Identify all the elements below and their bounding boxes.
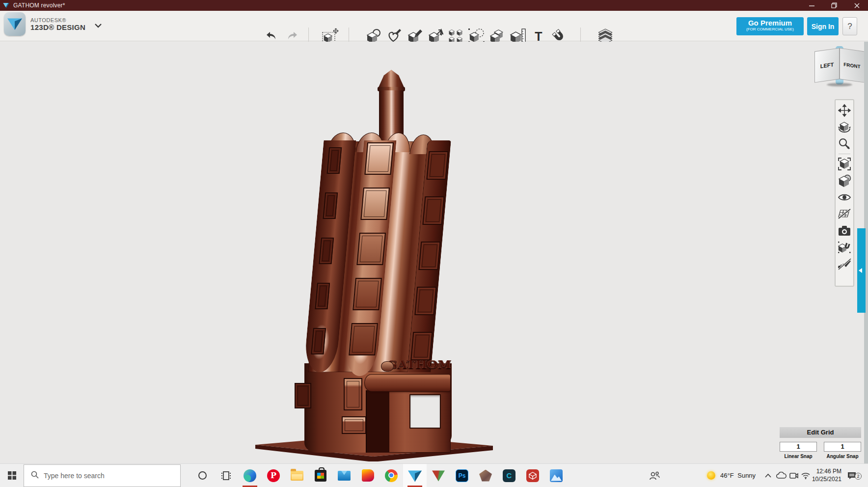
zoom-button[interactable] [837,135,852,152]
app-logo-icon [3,2,9,8]
main-toolbar: AUTODESK® 123D® DESIGN [0,11,868,41]
tower-vent [342,416,366,434]
taskbar-app-photoshop-express[interactable]: Ps [450,464,474,487]
menu-chevron-down-icon[interactable] [94,21,102,30]
tower-window [422,196,444,225]
grid-toggle-button[interactable] [837,206,852,222]
cortana-button[interactable] [190,464,214,487]
taskbar-app-cura[interactable]: C [497,464,521,487]
orbit-button[interactable] [837,119,852,135]
people-button[interactable] [649,464,660,487]
taskbar-app-pinterest[interactable]: P [262,464,285,487]
tower-window [349,323,378,355]
notification-badge: 2 [855,473,862,480]
chrome-icon [385,469,398,482]
app-menu[interactable]: AUTODESK® 123D® DESIGN [4,12,102,36]
tower-window [364,142,394,175]
angular-snap-input[interactable]: 1 [824,442,861,452]
help-button[interactable]: ? [842,17,857,35]
collapsed-panel-tab[interactable] [857,228,866,313]
task-view-button[interactable] [214,464,238,487]
view-cube-front-face[interactable]: FRONT [840,48,865,82]
zoom-fit-button[interactable] [837,156,852,172]
taskbar-search[interactable] [24,464,181,487]
mesh-viewer-icon [432,470,445,482]
123d-design-icon [408,469,422,482]
linear-snap-input[interactable]: 1 [780,442,817,452]
search-icon [31,471,39,481]
taskbar-apps: P Ps C [238,464,568,487]
view-cube-left-face[interactable]: LEFT [814,48,840,82]
navigation-separator [839,154,850,154]
tower-window [311,328,326,354]
taskbar-app-edge[interactable] [238,464,262,487]
tower-window [414,287,436,315]
sketch-visibility-button[interactable] [837,256,852,272]
cura-icon: C [503,469,515,482]
search-input[interactable] [44,472,162,480]
shaded-view-button[interactable] [837,172,852,189]
title-bar[interactable]: GATHOM revolver* [0,0,868,11]
start-button[interactable] [0,464,24,487]
tower-window [426,151,448,180]
sun-icon [707,471,715,480]
windows-taskbar: P Ps C 46°F Sunny [0,463,868,487]
taskbar-app-3d-builder[interactable] [521,464,544,487]
close-button[interactable] [845,0,868,11]
building-sign: GATHOM [387,358,453,374]
taskbar-app-photos[interactable] [544,464,568,487]
taskbar-app-123d-design[interactable] [403,464,427,487]
taskbar-app-mail[interactable] [332,464,356,487]
snap-toggle-button[interactable] [837,239,852,256]
taskbar-app-file-explorer[interactable] [285,464,309,487]
kiosk-opening [409,394,441,429]
minimize-button[interactable] [800,0,823,11]
autodesk-123d-logo-icon [4,12,26,36]
tower-window [344,378,362,410]
photos-icon [550,469,563,482]
toolbar-separator [580,27,581,43]
pan-button[interactable] [837,102,852,119]
navigation-toolbar [835,99,854,287]
meet-now-button[interactable] [789,464,798,487]
linear-snap-label: Linear Snap [780,454,817,459]
screenshot-button[interactable] [837,222,852,239]
tower-window [327,147,342,174]
weather-button[interactable]: 46°F Sunny [707,464,756,487]
pinterest-icon: P [267,469,280,482]
tray-time: 12:46 PM [812,468,841,476]
onedrive-button[interactable] [776,464,787,487]
go-premium-sublabel: (FOR COMMERCIAL USE) [736,27,804,31]
undo-button[interactable] [263,28,280,43]
redo-button[interactable] [284,28,300,43]
model-chimney-cap [378,70,405,88]
taskbar-app-chrome[interactable] [380,464,403,487]
sign-in-button[interactable]: Sign In [807,17,839,35]
edit-grid-title: Edit Grid [780,427,861,438]
clock[interactable]: 12:46 PM 10/25/2021 [813,464,841,487]
chevron-up-icon [765,474,771,478]
viewport-canvas[interactable]: LEFT FRONT [0,42,868,463]
restore-button[interactable] [823,0,845,11]
model-3d-building[interactable]: GATHOM [255,69,496,461]
taskbar-app-polyhedron[interactable] [474,464,497,487]
network-button[interactable] [801,464,810,487]
tower-window [356,233,386,265]
microsoft-store-icon [315,470,326,482]
taskbar-app-store[interactable] [309,464,332,487]
view-cube-bottom-face[interactable] [827,83,852,86]
entrance-canopy [364,374,451,392]
cortana-icon [198,471,207,480]
office-icon [362,469,374,482]
view-cube[interactable]: LEFT FRONT [813,46,866,88]
taskbar-app-mesh-viewer[interactable] [427,464,450,487]
tower-window [410,332,433,360]
model-tower [283,137,457,383]
cloud-icon [776,472,787,479]
application-window: GATHOM revolver* AUTODESK® 123D® DESIGN [0,0,868,487]
visibility-button[interactable] [837,189,852,206]
taskbar-app-office[interactable] [356,464,380,487]
tower-window [418,242,440,270]
go-premium-button[interactable]: Go Premium (FOR COMMERCIAL USE) [736,17,804,35]
show-hidden-icons-button[interactable] [765,464,771,487]
